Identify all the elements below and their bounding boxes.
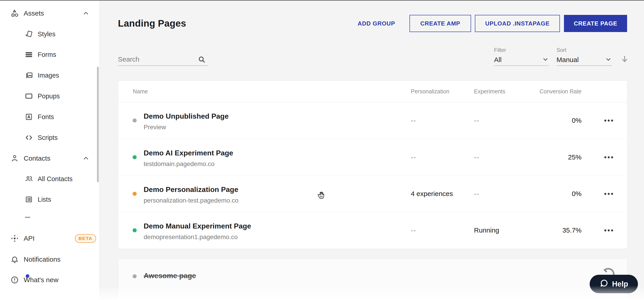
- window-top-edge: [0, 0, 644, 1]
- personalization-cell: --: [411, 212, 470, 248]
- status-dot: [132, 274, 137, 278]
- shapes-icon: [10, 8, 20, 18]
- sidebar-item-label: Styles: [38, 30, 56, 38]
- sidebar-scrollbar-thumb[interactable]: [97, 67, 99, 182]
- table-header-row: Name Personalization Experiments Convers…: [118, 81, 627, 102]
- status-dot: [132, 118, 137, 122]
- sidebar-section-contacts[interactable]: Contacts: [0, 151, 100, 166]
- person-icon: [10, 154, 20, 163]
- personalization-cell: --: [411, 102, 470, 139]
- column-header-personalization: Personalization: [411, 81, 470, 102]
- sidebar-item-notifications[interactable]: Notifications: [0, 252, 100, 266]
- row-menu-button[interactable]: [601, 102, 616, 139]
- personalization-cell: 4 experiences: [411, 176, 470, 212]
- page-subtitle: personalization-test.pagedemo.co: [144, 197, 238, 204]
- styles-icon: [24, 29, 34, 39]
- deleted-page-name: Awesome page: [144, 272, 196, 280]
- upload-instapage-button[interactable]: UPLOAD .INSTAPAGE: [475, 15, 560, 32]
- status-dot: [132, 155, 137, 159]
- popup-icon: [24, 91, 34, 101]
- row-menu-button[interactable]: [601, 176, 616, 212]
- sidebar-item-label: What's new: [24, 276, 58, 284]
- help-label: Help: [612, 280, 628, 288]
- sidebar-item-fonts[interactable]: Fonts: [0, 110, 100, 124]
- arrow-down-icon: [620, 54, 629, 64]
- sidebar-item-styles[interactable]: Styles: [0, 27, 100, 41]
- page-subtitle: demopresentation1.pagedemo.co: [144, 234, 238, 241]
- sort-label: Sort: [556, 47, 566, 53]
- sidebar-item-label: Popups: [38, 92, 60, 100]
- chevron-down-icon: [542, 56, 549, 64]
- conversion-rate-cell: 25%: [531, 139, 582, 176]
- sidebar-item-label: API: [24, 234, 34, 242]
- sidebar-item-scripts[interactable]: Scripts: [0, 130, 100, 145]
- table-row[interactable]: Demo Manual Experiment Page demopresenta…: [118, 212, 627, 248]
- sidebar-item-popups[interactable]: Popups: [0, 89, 100, 103]
- sidebar-item-all-contacts[interactable]: All Contacts: [0, 172, 100, 186]
- search-icon[interactable]: [197, 55, 206, 65]
- sort-dropdown[interactable]: Manual: [556, 54, 612, 66]
- column-header-name: Name: [133, 81, 148, 102]
- sidebar-item-label: Lists: [38, 196, 51, 203]
- sidebar-section-label: Assets: [24, 10, 44, 17]
- page-name-link[interactable]: Demo Personalization Page: [144, 186, 238, 194]
- sidebar-item-lists[interactable]: Lists: [0, 192, 100, 206]
- filter-dropdown[interactable]: All: [494, 54, 549, 66]
- whats-new-icon: [10, 275, 20, 285]
- people-icon: [24, 174, 34, 184]
- deleted-page-card[interactable]: Awesome page: [118, 258, 627, 300]
- api-icon: [10, 234, 20, 243]
- create-page-button[interactable]: CREATE PAGE: [564, 15, 627, 32]
- sidebar-item-api[interactable]: API BETA: [0, 231, 100, 246]
- app-root: Assets Styles Forms Images: [0, 0, 644, 300]
- create-amp-button[interactable]: CREATE AMP: [410, 15, 471, 32]
- add-group-button[interactable]: ADD GROUP: [353, 15, 400, 32]
- page-name-link[interactable]: Demo Manual Experiment Page: [144, 222, 251, 230]
- sidebar-item-label: Fonts: [38, 113, 54, 121]
- filter-label: Filter: [494, 47, 506, 53]
- page-title: Landing Pages: [118, 18, 186, 29]
- sidebar-item-label: Forms: [38, 51, 56, 58]
- list-icon: [24, 195, 34, 204]
- page-subtitle: Preview: [144, 124, 166, 131]
- sort-direction-button[interactable]: [620, 54, 630, 66]
- conversion-rate-cell: 35.7%: [531, 212, 582, 248]
- conversion-rate-cell: 0%: [531, 176, 582, 212]
- search-input[interactable]: [118, 54, 194, 64]
- beta-badge: BETA: [75, 234, 96, 243]
- open-hand-cursor: [316, 190, 326, 201]
- row-menu-button[interactable]: [601, 139, 616, 176]
- forms-icon: [24, 50, 34, 59]
- chevron-up-icon: [82, 155, 89, 162]
- status-dot: [132, 192, 137, 196]
- images-icon: [24, 70, 34, 80]
- chat-bubble-icon: [599, 278, 609, 290]
- table-row[interactable]: Demo Personalization Page personalizatio…: [118, 175, 627, 212]
- filter-value: All: [494, 56, 502, 64]
- scripts-icon: [24, 133, 34, 142]
- sidebar-item-images[interactable]: Images: [0, 68, 100, 82]
- table-row[interactable]: Demo Unpublished Page Preview -- -- 0%: [118, 102, 627, 139]
- table-row[interactable]: Demo AI Experiment Page testdomain.paged…: [118, 139, 627, 175]
- search-field: [118, 54, 208, 66]
- sidebar-section-assets[interactable]: Assets: [0, 6, 100, 20]
- sidebar-item-whats-new[interactable]: What's new: [0, 273, 100, 287]
- fonts-icon: [24, 112, 34, 122]
- help-button[interactable]: Help: [590, 275, 638, 293]
- page-subtitle: testdomain.pagedemo.co: [144, 160, 214, 168]
- sidebar-section-label: Contacts: [24, 154, 50, 162]
- sidebar-item-label: Scripts: [38, 134, 58, 142]
- clipped-sidebar-item: [25, 217, 30, 218]
- sidebar-item-label: Images: [38, 72, 59, 79]
- landing-pages-table: Name Personalization Experiments Convers…: [118, 80, 627, 249]
- page-name-link[interactable]: Demo Unpublished Page: [144, 112, 229, 120]
- column-header-conversion-rate: Conversion Rate: [531, 81, 582, 102]
- bell-icon: [10, 255, 20, 264]
- chevron-down-icon: [605, 56, 612, 64]
- sidebar-item-forms[interactable]: Forms: [0, 47, 100, 62]
- sidebar: Assets Styles Forms Images: [0, 1, 100, 300]
- conversion-rate-cell: 0%: [531, 102, 582, 139]
- page-name-link[interactable]: Demo AI Experiment Page: [144, 149, 233, 157]
- sort-value: Manual: [556, 56, 578, 64]
- row-menu-button[interactable]: [601, 212, 616, 248]
